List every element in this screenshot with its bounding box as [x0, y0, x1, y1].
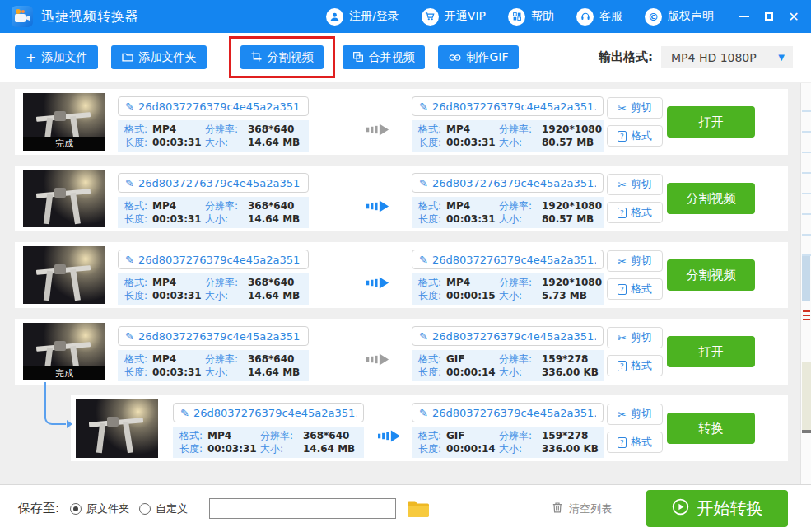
- size-label: 大小:: [499, 289, 542, 303]
- resolution-label: 分辨率:: [205, 123, 248, 137]
- size-value: 14.64 MB: [248, 213, 305, 225]
- length-label: 长度:: [124, 212, 152, 226]
- split-video-highlight-box: 分割视频: [229, 36, 335, 78]
- size-value: 14.64 MB: [248, 290, 305, 301]
- list-item: 完成 ✎ 26d8037276379c4e45a2a351... 格式: MP4…: [0, 242, 811, 308]
- video-thumbnail: 完成: [23, 170, 105, 227]
- format-button[interactable]: ? 格式: [607, 202, 663, 223]
- clear-list-button[interactable]: 清空列表: [552, 502, 612, 516]
- help-label: 帮助: [531, 9, 554, 24]
- format-value: GIF: [446, 353, 499, 365]
- merge-video-button[interactable]: 合并视频: [343, 45, 425, 69]
- format-button[interactable]: ? 格式: [607, 355, 663, 376]
- close-button[interactable]: ✕: [788, 11, 799, 22]
- source-filename-field[interactable]: ✎ 26d8037276379c4e45a2a351...: [118, 96, 309, 116]
- thumbnail-highlight: [23, 170, 105, 227]
- maximize-button[interactable]: [763, 11, 775, 22]
- length-value: 00:00:14: [446, 443, 499, 455]
- format-label: 格式:: [124, 199, 152, 213]
- output-format-select[interactable]: MP4 HD 1080P ▼: [661, 46, 793, 68]
- format-button[interactable]: ? 格式: [607, 125, 663, 147]
- format-label: 格式:: [418, 199, 446, 213]
- add-file-button[interactable]: + 添加文件: [15, 45, 98, 69]
- cut-button[interactable]: ✂ 剪切: [607, 404, 663, 425]
- resolution-value: 368*640: [248, 277, 305, 288]
- headset-icon: [576, 8, 594, 26]
- output-filename-field[interactable]: ✎ 26d8037276379c4e45a2a351...: [412, 96, 604, 116]
- format-btn-label: 格式: [631, 435, 652, 450]
- cut-button[interactable]: ✂ 剪切: [607, 174, 663, 195]
- resolution-label: 分辨率:: [499, 429, 542, 443]
- link-icon: [449, 51, 461, 64]
- radio-original-folder[interactable]: [70, 503, 82, 515]
- source-filename-field[interactable]: ✎ 26d8037276379c4e45a2a351...: [118, 173, 309, 193]
- resolution-value: 1920*1080: [542, 200, 602, 212]
- row-action-button[interactable]: 打开: [667, 106, 755, 138]
- row-action-button[interactable]: 分割视频: [667, 183, 755, 214]
- radio-original-folder-label[interactable]: 原文件夹: [86, 502, 129, 516]
- crop-icon: [251, 51, 262, 64]
- output-filename-field[interactable]: ✎ 26d8037276379c4e45a2a351...: [412, 403, 604, 422]
- start-convert-button[interactable]: 开始转换: [646, 490, 788, 527]
- source-filename: 26d8037276379c4e45a2a351...: [138, 177, 301, 189]
- scrollbar-thumb[interactable]: [802, 256, 810, 301]
- service-menu-item[interactable]: 客服: [576, 8, 622, 26]
- login-menu-item[interactable]: 注册/登录: [326, 8, 399, 26]
- minimize-button[interactable]: [739, 11, 750, 22]
- format-button[interactable]: ? 格式: [607, 432, 663, 453]
- output-format-label: 输出格式:: [599, 49, 653, 65]
- vip-menu-item[interactable]: 开通VIP: [422, 8, 486, 26]
- output-info-panel: 格式: MP4 分辨率: 1920*1080 长度: 00:03:31 大小: …: [412, 197, 604, 228]
- radio-custom[interactable]: [139, 503, 151, 515]
- add-folder-button[interactable]: 添加文件夹: [111, 45, 207, 69]
- help-menu-item[interactable]: 帮助: [508, 8, 554, 26]
- size-label: 大小:: [260, 442, 303, 456]
- source-filename-field[interactable]: ✎ 26d8037276379c4e45a2a351...: [118, 250, 309, 269]
- make-gif-button[interactable]: 制作GIF: [438, 45, 519, 69]
- source-info-panel: 格式: MP4 分辨率: 368*640 长度: 00:03:31 大小: 14…: [173, 427, 364, 458]
- convert-direction-icon: [366, 199, 389, 213]
- format-button[interactable]: ? 格式: [607, 278, 663, 300]
- resolution-value: 1920*1080: [542, 277, 602, 288]
- edit-pencil-icon: ✎: [125, 100, 134, 113]
- resolution-label: 分辨率:: [205, 352, 248, 366]
- format-label: 格式:: [124, 352, 152, 366]
- copyright-menu-item[interactable]: © 版权声明: [645, 8, 714, 26]
- chevron-down-icon: ▼: [778, 53, 785, 62]
- radio-custom-label[interactable]: 自定义: [156, 502, 188, 516]
- format-label: 格式:: [124, 276, 152, 290]
- source-filename-field[interactable]: ✎ 26d8037276379c4e45a2a351...: [173, 403, 364, 422]
- output-filename-field[interactable]: ✎ 26d8037276379c4e45a2a351...: [412, 326, 604, 346]
- cut-button[interactable]: ✂ 剪切: [607, 327, 663, 348]
- split-connector-line: [44, 382, 66, 425]
- row-action-button[interactable]: 打开: [667, 336, 755, 367]
- cut-button[interactable]: ✂ 剪切: [607, 250, 663, 272]
- output-format-group: 输出格式: MP4 HD 1080P ▼: [599, 46, 793, 68]
- row-action-button[interactable]: 转换: [667, 413, 755, 444]
- length-label: 长度:: [179, 442, 207, 456]
- convert-direction-icon: [366, 123, 389, 137]
- row-action-button[interactable]: 分割视频: [667, 259, 755, 291]
- clipped-red-artifact: [803, 310, 810, 323]
- source-filename-field[interactable]: ✎ 26d8037276379c4e45a2a351...: [118, 326, 309, 346]
- app-title: 迅捷视频转换器: [41, 8, 139, 26]
- size-label: 大小:: [499, 136, 542, 150]
- size-label: 大小:: [205, 366, 248, 380]
- size-label: 大小:: [499, 366, 542, 380]
- custom-path-input[interactable]: [209, 498, 396, 519]
- size-value: 5.73 MB: [542, 290, 602, 301]
- header-menu: 注册/登录 开通VIP 帮助 客服 ©: [326, 8, 714, 26]
- source-info-panel: 格式: MP4 分辨率: 368*640 长度: 00:03:31 大小: 14…: [118, 197, 309, 228]
- output-filename-field[interactable]: ✎ 26d8037276379c4e45a2a351...: [412, 173, 604, 193]
- format-value: GIF: [446, 430, 499, 441]
- split-video-button[interactable]: 分割视频: [240, 45, 324, 69]
- cut-label: 剪切: [631, 254, 652, 268]
- format-btn-label: 格式: [631, 205, 652, 220]
- size-value: 336.00 KB: [542, 443, 600, 455]
- browse-folder-button[interactable]: [407, 500, 430, 518]
- format-value: MP4: [152, 353, 205, 365]
- output-filename-field[interactable]: ✎ 26d8037276379c4e45a2a351...: [412, 250, 604, 269]
- output-info-panel: 格式: GIF 分辨率: 159*278 长度: 00:00:14 大小: 33…: [412, 350, 604, 381]
- clipped-beige-artifact: [802, 362, 811, 431]
- cut-button[interactable]: ✂ 剪切: [607, 97, 663, 119]
